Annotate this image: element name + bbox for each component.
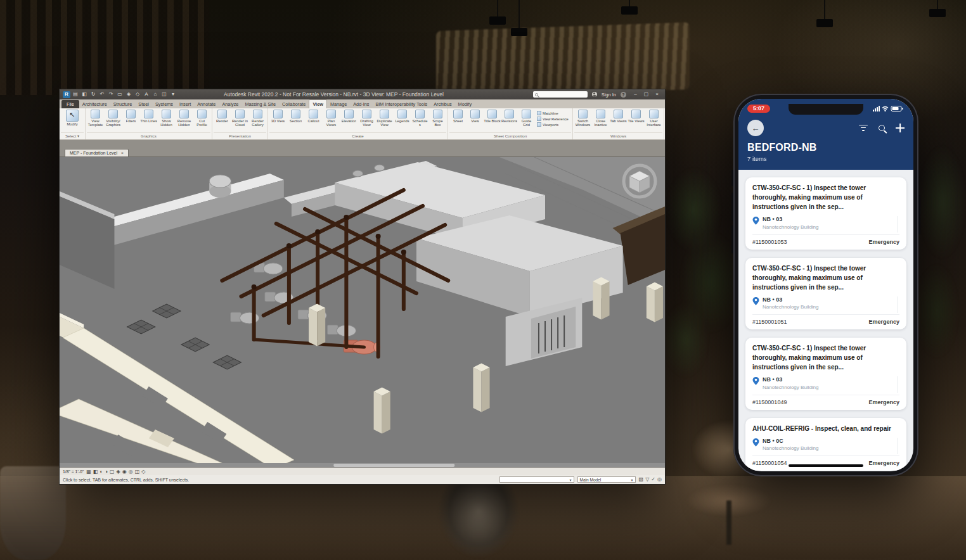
quick-access-icon[interactable]: ↷ xyxy=(107,91,115,98)
document-tab[interactable]: MEP - Foundation Level × xyxy=(65,149,129,156)
ribbon-tab[interactable]: Annotate xyxy=(194,100,219,108)
ribbon-button[interactable]: Thin Lines xyxy=(140,109,157,128)
work-order-card[interactable]: CTW-350-CF-SC - 1) Inspect the tower tho… xyxy=(745,258,906,330)
viewport-scrollbar[interactable] xyxy=(60,463,665,468)
user-account-icon[interactable] xyxy=(592,92,597,97)
ribbon-button[interactable]: Modify xyxy=(61,109,84,131)
back-button[interactable]: ← xyxy=(747,120,764,136)
ribbon-button[interactable]: Scope Box xyxy=(429,109,446,128)
ribbon-tab[interactable]: Add-Ins xyxy=(350,100,372,108)
maximize-button[interactable]: ▢ xyxy=(641,91,651,98)
ribbon-button[interactable]: Render in Cloud xyxy=(231,109,248,128)
ribbon-tab[interactable]: Manage xyxy=(327,100,350,108)
quick-access-icon[interactable]: ▤ xyxy=(72,91,79,98)
view-control-icon[interactable]: ◧ xyxy=(93,469,98,474)
work-order-card[interactable]: CTW-350-CF-SC - 1) Inspect the tower tho… xyxy=(745,338,906,410)
ribbon-button[interactable]: 3D View xyxy=(269,109,287,128)
view-control-icon[interactable]: ◫ xyxy=(135,469,140,474)
ribbon-button[interactable]: Guide Grid xyxy=(518,109,535,128)
ribbon-button[interactable]: Elevation xyxy=(340,109,357,128)
ribbon-tab[interactable]: Modify xyxy=(455,100,475,108)
ribbon-tab[interactable]: Steel xyxy=(135,100,152,108)
status-time[interactable]: 5:07 xyxy=(747,105,770,113)
ribbon-button[interactable]: Sheet xyxy=(449,109,467,128)
quick-access-icon[interactable]: ↻ xyxy=(89,91,97,98)
ribbon-button[interactable]: Drafting View xyxy=(358,109,375,128)
ribbon-button-small[interactable]: Matchline xyxy=(537,111,570,115)
ribbon-button[interactable]: Schedules xyxy=(411,109,428,128)
ribbon-button[interactable]: Title Block xyxy=(484,109,501,128)
ribbon-tab[interactable]: File xyxy=(61,100,79,108)
3d-viewport[interactable] xyxy=(60,156,665,468)
ribbon-button-small[interactable]: Viewports xyxy=(537,122,570,127)
quick-access-icon[interactable]: ▭ xyxy=(116,91,124,98)
quick-access-icon[interactable]: ◇ xyxy=(134,91,141,98)
ribbon-tab[interactable]: Archibus xyxy=(430,100,454,108)
quick-access-icon[interactable]: ▾ xyxy=(169,91,177,98)
ribbon-button[interactable]: View xyxy=(467,109,484,128)
work-order-card[interactable]: AHU-COIL-REFRIG - Inspect, clean, and re… xyxy=(745,418,906,471)
ribbon-button[interactable]: Show Hidden Lines xyxy=(158,109,175,128)
quick-access-icon[interactable]: ↶ xyxy=(98,91,106,98)
help-icon[interactable] xyxy=(621,92,626,98)
view-control-icon[interactable]: ◑ xyxy=(105,469,108,474)
ribbon-button[interactable]: Close Inactive xyxy=(592,109,609,128)
view-control-icon[interactable]: ◉ xyxy=(122,469,127,474)
filter-icon[interactable] xyxy=(859,125,868,132)
ribbon-button-small[interactable]: View Reference xyxy=(537,117,570,121)
revit-titlebar[interactable]: R ▤ ◧ ↻ ↶ ↷ ▭ ◈ ◇ A xyxy=(60,89,665,99)
ribbon-button[interactable]: View Template xyxy=(87,109,104,128)
quick-access-icon[interactable]: A xyxy=(143,91,150,98)
ribbon-button[interactable]: Tab Views xyxy=(610,109,627,128)
ribbon-button[interactable]: Cut Profile xyxy=(193,109,210,128)
ribbon-button[interactable]: Legends xyxy=(394,109,411,128)
design-option-select[interactable]: Main Model xyxy=(577,476,636,483)
status-bar-icon[interactable]: ▧ xyxy=(639,477,644,482)
ribbon-button[interactable]: Remove Hidden Lines xyxy=(176,109,193,128)
ribbon-button[interactable]: Revisions xyxy=(501,109,518,128)
ribbon-button[interactable]: Render Gallery xyxy=(249,109,266,128)
view-control-icon[interactable]: ▦ xyxy=(86,469,91,474)
add-icon[interactable] xyxy=(896,124,905,132)
minimize-button[interactable]: – xyxy=(631,91,640,98)
ribbon-button[interactable]: Callout xyxy=(305,109,322,128)
ribbon-button[interactable]: Render xyxy=(214,109,231,128)
quick-access-icon[interactable]: ◫ xyxy=(160,91,168,98)
sign-in-button[interactable]: Sign In xyxy=(602,92,616,98)
quick-access-icon[interactable]: R xyxy=(63,91,70,98)
ribbon-tab[interactable]: BIM Interoperability Tools xyxy=(372,100,430,108)
ribbon-tab[interactable]: Analyze xyxy=(219,100,242,108)
ribbon-tab[interactable]: Structure xyxy=(110,100,136,108)
quick-access-icon[interactable]: ◈ xyxy=(125,91,132,98)
ribbon-button[interactable]: Section xyxy=(287,109,304,128)
home-indicator[interactable] xyxy=(789,464,863,468)
ribbon-button[interactable]: Duplicate View xyxy=(376,109,393,128)
view-control-icon[interactable]: ▢ xyxy=(110,469,115,474)
view-control-icon[interactable]: ◈ xyxy=(117,469,120,474)
ribbon-tab[interactable]: Collaborate xyxy=(279,100,309,108)
ribbon-tab[interactable]: Massing & Site xyxy=(242,100,279,108)
quick-access-icon[interactable]: ◧ xyxy=(80,91,88,98)
ribbon-button[interactable]: User Interface xyxy=(645,109,662,128)
view-cube[interactable] xyxy=(621,162,659,200)
ribbon-button[interactable]: Visibility/ Graphics xyxy=(105,109,122,128)
ribbon-tab[interactable]: Systems xyxy=(152,100,176,108)
status-bar-icon[interactable]: ◎ xyxy=(657,477,662,482)
quick-access-icon[interactable]: ⌂ xyxy=(151,91,159,98)
close-tab-icon[interactable]: × xyxy=(121,151,124,155)
ribbon-button[interactable]: Switch Windows xyxy=(574,109,591,128)
ribbon-tab[interactable]: Architecture xyxy=(79,100,110,108)
status-bar-icon[interactable]: ✓ xyxy=(651,477,655,482)
ribbon-button[interactable]: Tile Views xyxy=(628,109,645,128)
work-order-list[interactable]: CTW-350-CF-SC - 1) Inspect the tower tho… xyxy=(738,170,913,471)
ribbon-tab[interactable]: View xyxy=(309,99,327,108)
view-control-icon[interactable]: ◐ xyxy=(100,469,103,474)
ribbon-button[interactable]: Plan Views xyxy=(323,109,340,128)
view-control-icon[interactable]: ◎ xyxy=(129,469,133,474)
view-scale[interactable]: 1/8" = 1'-0" xyxy=(63,469,84,474)
help-search-input[interactable] xyxy=(533,91,588,98)
close-button[interactable]: × xyxy=(652,91,662,98)
ribbon-tab[interactable]: Insert xyxy=(176,100,194,108)
ribbon-button[interactable]: Filters xyxy=(122,109,139,128)
search-icon[interactable] xyxy=(879,125,885,131)
